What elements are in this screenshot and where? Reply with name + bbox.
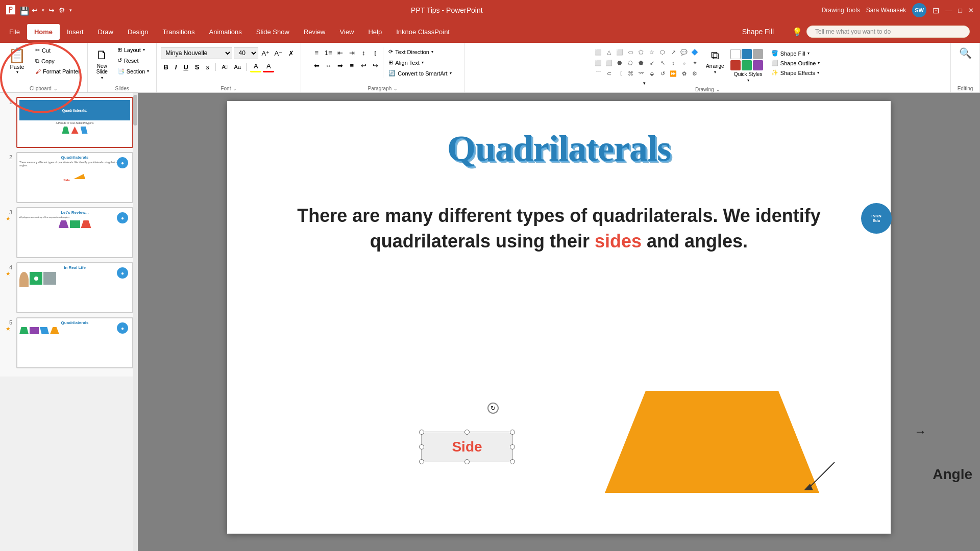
menu-draw[interactable]: Draw	[91, 24, 120, 40]
slide-thumb-1[interactable]: 1 Quadrilaterals: A Parade of Four-Sided…	[4, 97, 133, 148]
slides-panel-scrollbar[interactable]	[133, 93, 138, 551]
increase-font-button[interactable]: A⁺	[260, 47, 271, 59]
numbered-list-button[interactable]: 1≡	[323, 47, 334, 58]
shape-cell[interactable]: ⌤	[636, 68, 646, 79]
section-button[interactable]: 📑 Section ▾	[114, 66, 153, 76]
underline-button[interactable]: U	[181, 63, 190, 71]
quick-style-3[interactable]	[753, 49, 763, 59]
columns-button[interactable]: ⫿	[370, 47, 381, 58]
ribbon-display-icon[interactable]: ⊡	[933, 6, 939, 15]
shape-cell[interactable]: ✿	[679, 68, 689, 79]
align-center-button[interactable]: ↔	[323, 60, 334, 71]
slide-preview-5[interactable]: ● Quadrilaterals	[16, 317, 133, 368]
paragraph-expand-icon[interactable]: ⌄	[394, 86, 398, 91]
search-bar[interactable]: Tell me what you want to do	[806, 26, 970, 38]
slide-thumb-5[interactable]: 5 ★ ● Quadrilaterals	[4, 317, 133, 368]
quick-style-5[interactable]	[742, 60, 752, 70]
quick-style-2[interactable]	[742, 49, 752, 59]
menu-format[interactable]: Shape Fill	[732, 28, 784, 36]
shape-cell[interactable]: ⬙	[647, 68, 657, 79]
shape-cell[interactable]: ⬣	[615, 58, 625, 68]
new-slide-dropdown-icon[interactable]: ▾	[101, 76, 103, 80]
menu-animations[interactable]: Animations	[202, 24, 249, 40]
strikethrough-button[interactable]: S	[192, 63, 202, 71]
paste-dropdown-icon[interactable]: ▾	[16, 70, 18, 74]
handle-bm[interactable]	[464, 459, 470, 464]
shape-cell[interactable]: ⏩	[668, 68, 678, 79]
redo-icon[interactable]: ↪	[48, 6, 55, 14]
font-color-button[interactable]: A	[263, 61, 274, 72]
slide-preview-3[interactable]: ● Let's Review... All polygons are made …	[16, 207, 133, 258]
handle-tl[interactable]	[419, 430, 424, 435]
increase-indent-button[interactable]: ⇥	[346, 47, 357, 58]
shape-cell[interactable]: ⬠	[636, 47, 646, 57]
close-btn[interactable]: ✕	[968, 7, 974, 14]
shape-cell[interactable]: ⬜	[593, 47, 603, 57]
shape-cell[interactable]: ⬦	[679, 58, 689, 68]
handle-br[interactable]	[510, 459, 515, 464]
align-left-button[interactable]: ⬅	[311, 60, 322, 71]
handle-bl[interactable]	[419, 459, 424, 464]
user-avatar[interactable]: SW	[912, 3, 926, 17]
shape-outline-dropdown[interactable]: ▾	[818, 61, 820, 65]
text-direction-button[interactable]: ⟳ Text Direction ▾	[385, 47, 454, 57]
reset-button[interactable]: ↺ Reset	[114, 56, 153, 65]
handle-ml[interactable]	[419, 444, 424, 449]
shape-cell[interactable]: ⚙	[690, 68, 700, 79]
minimize-btn[interactable]: —	[945, 7, 952, 14]
new-slide-button[interactable]: 🗋 New Slide ▾	[92, 45, 112, 83]
rotate-handle[interactable]: ↻	[487, 403, 499, 414]
layout-dropdown-icon[interactable]: ▾	[143, 47, 145, 52]
menu-insert[interactable]: Insert	[60, 24, 91, 40]
drawing-expand-icon[interactable]: ⌄	[716, 87, 720, 92]
shape-cell[interactable]: ⬟	[636, 58, 646, 68]
shapes-more-button[interactable]: ▾	[593, 80, 695, 87]
slide-thumb-3[interactable]: 3 ★ ● Let's Review... All polygons are m…	[4, 207, 133, 258]
shadow-button[interactable]: s	[204, 63, 212, 71]
highlight-button[interactable]: A	[250, 61, 261, 72]
shape-cell[interactable]: ⬜	[604, 58, 614, 68]
decrease-indent-button[interactable]: ⇤	[334, 47, 346, 58]
cut-button[interactable]: ✂ Cut	[32, 45, 83, 55]
section-dropdown-icon[interactable]: ▾	[147, 69, 149, 73]
maximize-btn[interactable]: □	[958, 7, 962, 14]
handle-tm[interactable]	[464, 430, 470, 435]
decrease-font-button[interactable]: A⁻	[273, 47, 284, 59]
customize-qat-icon[interactable]: ⚙	[59, 6, 65, 14]
bold-button[interactable]: B	[161, 63, 170, 71]
align-text-dropdown[interactable]: ▾	[422, 60, 424, 65]
quick-style-6[interactable]	[753, 60, 763, 70]
shape-cell[interactable]: 🔷	[690, 47, 700, 57]
rtl-button[interactable]: ↩	[358, 60, 369, 71]
shape-cell[interactable]: ↕	[668, 58, 678, 68]
shape-effects-dropdown[interactable]: ▾	[817, 70, 819, 75]
line-spacing-button[interactable]: ↕	[358, 47, 369, 58]
menu-home[interactable]: Home	[27, 24, 60, 40]
shape-cell[interactable]: ⬭	[625, 47, 635, 57]
menu-review[interactable]: Review	[297, 24, 333, 40]
font-expand-icon[interactable]: ⌄	[233, 86, 237, 91]
clear-format-button[interactable]: ✗	[285, 47, 297, 59]
slide-preview-4[interactable]: ● In Real Life	[16, 262, 133, 313]
font-name-select[interactable]: Minya Nouvelle	[161, 47, 232, 59]
text-case-button[interactable]: Aa	[232, 61, 243, 72]
menu-view[interactable]: View	[333, 24, 361, 40]
quick-styles-dropdown[interactable]: ▾	[747, 78, 749, 83]
menu-slideshow[interactable]: Slide Show	[249, 24, 297, 40]
arrange-button[interactable]: ⧉ Arrange ▾	[703, 47, 727, 77]
shape-cell[interactable]: ⌘	[625, 68, 635, 79]
qat-dropdown-icon[interactable]: ▾	[69, 8, 72, 13]
handle-mr[interactable]	[510, 444, 515, 449]
font-size-select[interactable]: 40	[234, 47, 258, 59]
shape-cell[interactable]: ↙	[647, 58, 657, 68]
shape-cell[interactable]: 〔	[615, 68, 625, 79]
slide-thumb-4[interactable]: 4 ★ ● In Real Life	[4, 262, 133, 313]
smartart-dropdown[interactable]: ▾	[450, 71, 452, 76]
slide-thumb-2[interactable]: 2 ● Quadrilaterals There are many differ…	[4, 152, 133, 203]
shape-cell[interactable]: △	[604, 47, 614, 57]
menu-transitions[interactable]: Transitions	[155, 24, 202, 40]
find-button[interactable]: 🔍	[955, 45, 975, 61]
quick-style-1[interactable]	[730, 49, 741, 59]
shape-cell[interactable]: ⊂	[604, 68, 614, 79]
slide-preview-2[interactable]: ● Quadrilaterals There are many differen…	[16, 152, 133, 203]
